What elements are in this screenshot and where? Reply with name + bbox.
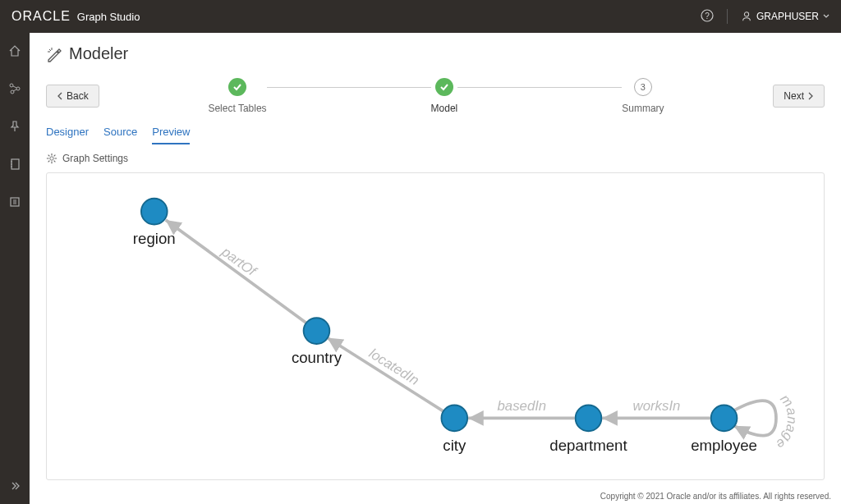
svg-text:employee: employee: [691, 437, 757, 454]
svg-text:country: country: [292, 349, 342, 366]
app-body: Modeler Back Select Tables: [0, 33, 841, 504]
tabs-bar: Designer Source Preview: [30, 126, 841, 144]
svg-point-19: [50, 157, 53, 160]
wizard-step-3[interactable]: 3 Summary: [622, 78, 664, 114]
wizard-steps: Select Tables Model 3 Summary: [116, 78, 757, 114]
tab-designer[interactable]: Designer: [46, 126, 89, 144]
svg-point-26: [576, 405, 602, 432]
brand: ORACLE Graph Studio: [11, 9, 140, 24]
nav-pin[interactable]: [0, 117, 30, 136]
edge-label: worksIn: [633, 398, 681, 414]
svg-rect-8: [11, 159, 19, 169]
wizard-step-1[interactable]: Select Tables: [208, 78, 266, 114]
tab-preview[interactable]: Preview: [152, 126, 190, 144]
svg-point-20: [141, 199, 168, 225]
chevron-down-icon: [823, 13, 830, 20]
chevron-right-icon: [807, 92, 814, 100]
chevron-left-icon: [57, 92, 63, 100]
check-icon: [228, 78, 246, 96]
svg-point-2: [744, 12, 748, 16]
header-actions: ? GRAPHUSER: [701, 9, 830, 25]
brand-product: Graph Studio: [77, 11, 140, 23]
svg-point-24: [441, 405, 467, 432]
svg-text:department: department: [549, 437, 627, 454]
check-icon: [435, 78, 453, 96]
page-header: Modeler: [30, 33, 841, 71]
wizard-bar: Back Select Tables Model: [30, 71, 841, 126]
nav-graph[interactable]: [0, 79, 30, 99]
svg-point-22: [304, 318, 330, 344]
svg-line-16: [49, 49, 51, 51]
footer-copyright: Copyright © 2021 Oracle and/or its affil…: [30, 488, 841, 504]
edge-label: basedIn: [498, 398, 547, 414]
svg-line-7: [13, 89, 16, 91]
next-button[interactable]: Next: [773, 85, 825, 108]
back-button[interactable]: Back: [46, 85, 99, 108]
main-area: Modeler Back Select Tables: [30, 33, 841, 504]
app-header: ORACLE Graph Studio ? GRAPHUSER: [0, 0, 841, 33]
modeler-icon: [46, 46, 62, 62]
side-nav: [0, 33, 30, 504]
svg-point-4: [16, 87, 20, 90]
svg-text:city: city: [443, 437, 466, 454]
user-name: GRAPHUSER: [756, 11, 819, 22]
tab-source[interactable]: Source: [103, 126, 137, 144]
header-divider: [727, 9, 728, 24]
step-connector: [267, 87, 431, 88]
gear-icon: [46, 153, 57, 164]
graph-canvas-container[interactable]: partOf locatedIn basedIn worksIn manage …: [46, 172, 825, 480]
user-menu[interactable]: GRAPHUSER: [741, 11, 830, 22]
svg-text:?: ?: [705, 11, 710, 20]
edge-locatedin[interactable]: [328, 337, 445, 411]
user-icon: [741, 11, 752, 22]
step-number: 3: [634, 78, 652, 96]
graph-canvas[interactable]: partOf locatedIn basedIn worksIn manage …: [47, 173, 824, 479]
svg-text:region: region: [133, 230, 176, 247]
step-connector: [457, 87, 622, 88]
node-department[interactable]: department: [549, 405, 627, 454]
edge-manage[interactable]: [734, 401, 776, 436]
page-title: Modeler: [46, 44, 825, 63]
nav-notebook[interactable]: [0, 154, 30, 174]
brand-logo: ORACLE: [11, 9, 71, 24]
wizard-step-2[interactable]: Model: [431, 78, 458, 114]
svg-point-28: [711, 405, 738, 432]
svg-line-6: [13, 86, 16, 88]
help-icon[interactable]: ?: [701, 9, 714, 25]
graph-settings-button[interactable]: Graph Settings: [30, 144, 841, 172]
nav-jobs[interactable]: [0, 192, 30, 212]
node-employee[interactable]: employee: [691, 405, 757, 454]
svg-point-3: [10, 84, 13, 87]
edge-partof[interactable]: [166, 220, 307, 323]
node-city[interactable]: city: [441, 405, 467, 454]
nav-home[interactable]: [0, 41, 30, 61]
nav-expand-icon[interactable]: [8, 479, 21, 496]
